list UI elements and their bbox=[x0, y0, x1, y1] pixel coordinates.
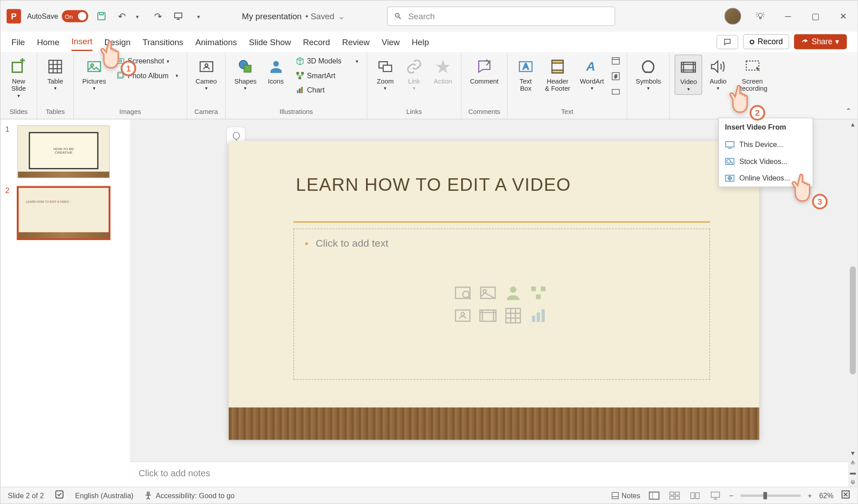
slide-thumbnails[interactable]: 1 HOW TO BE CREATIVE 2 LEARN HOW TO EDIT… bbox=[0, 119, 130, 487]
present-from-start-button[interactable] bbox=[171, 9, 185, 23]
scroll-up-arrow[interactable]: ▲ bbox=[848, 119, 858, 129]
svg-point-50 bbox=[461, 312, 464, 315]
minimize-button[interactable]: ─ bbox=[780, 8, 797, 25]
next-slide-arrow[interactable]: ⟱ bbox=[848, 477, 858, 487]
autosave-toggle[interactable]: AutoSave On bbox=[27, 10, 88, 22]
undo-dropdown[interactable]: ▾ bbox=[130, 9, 144, 23]
slide-title[interactable]: LEARN HOW TO EDIT A VIDEO bbox=[296, 175, 571, 195]
cameo-button[interactable]: Cameo ▾ bbox=[192, 55, 220, 93]
autosave-switch[interactable]: On bbox=[62, 10, 88, 22]
spelling-icon[interactable] bbox=[55, 490, 64, 501]
comments-pane-button[interactable] bbox=[717, 34, 738, 49]
notes-pane[interactable]: Click to add notes bbox=[130, 462, 858, 487]
svg-rect-66 bbox=[711, 492, 719, 497]
insert-smartart-icon[interactable] bbox=[529, 283, 548, 302]
tab-view[interactable]: View bbox=[382, 34, 400, 50]
zoom-in-button[interactable]: + bbox=[808, 491, 812, 500]
search-icon: 🔍︎ bbox=[394, 12, 402, 21]
record-button[interactable]: Record bbox=[743, 34, 789, 50]
vertical-scrollbar[interactable]: ▲ ▼ ≛ ▬ ⟱ bbox=[848, 119, 858, 487]
date-time-button[interactable] bbox=[610, 55, 622, 67]
scroll-down-arrow[interactable]: ▼ bbox=[848, 448, 858, 458]
audio-button[interactable]: Audio ▾ bbox=[705, 55, 731, 93]
insert-stock-image-icon[interactable] bbox=[453, 283, 472, 302]
wordart-button[interactable]: A WordArt ▾ bbox=[576, 55, 607, 93]
zoom-button[interactable]: Zoom ▾ bbox=[372, 55, 399, 93]
undo-button[interactable]: ↶ bbox=[115, 9, 129, 23]
svg-rect-55 bbox=[542, 309, 545, 322]
insert-cameo-icon[interactable] bbox=[453, 306, 472, 325]
user-avatar[interactable] bbox=[724, 8, 741, 25]
maximize-button[interactable]: ▢ bbox=[807, 8, 824, 25]
slide-content-placeholder[interactable]: ▪ Click to add text bbox=[294, 229, 710, 380]
reading-view-button[interactable] bbox=[688, 490, 702, 501]
accessibility-status[interactable]: Accessibility: Good to go bbox=[144, 491, 235, 500]
share-button[interactable]: Share ▾ bbox=[794, 34, 847, 50]
normal-view-button[interactable] bbox=[648, 490, 661, 501]
record-dot-icon bbox=[750, 39, 755, 44]
nav-icon[interactable]: ▬ bbox=[848, 467, 858, 477]
search-input[interactable]: 🔍︎ Search bbox=[387, 7, 615, 26]
icons-button[interactable]: Icons bbox=[263, 55, 289, 87]
save-icon[interactable] bbox=[94, 9, 109, 23]
language-label[interactable]: English (Australia) bbox=[75, 491, 134, 500]
action-button: Action bbox=[430, 55, 456, 87]
prev-slide-arrow[interactable]: ≛ bbox=[848, 458, 858, 467]
insert-icon-icon[interactable] bbox=[504, 283, 523, 302]
smartart-button[interactable]: SmartArt bbox=[291, 69, 362, 82]
video-stock-videos[interactable]: Stock Videos... bbox=[719, 153, 813, 170]
tab-insert[interactable]: Insert bbox=[72, 33, 93, 50]
screen-recording-button[interactable]: Screen Recording bbox=[734, 55, 771, 94]
slide[interactable]: LEARN HOW TO EDIT A VIDEO ▪ Click to add… bbox=[229, 141, 759, 440]
tab-animations[interactable]: Animations bbox=[195, 34, 237, 50]
header-footer-button[interactable]: Header & Footer bbox=[541, 55, 574, 94]
slideshow-view-button[interactable] bbox=[709, 490, 722, 501]
tab-home[interactable]: Home bbox=[37, 34, 59, 50]
insert-video-icon[interactable] bbox=[478, 306, 497, 325]
video-button[interactable]: Video ▾ bbox=[675, 55, 702, 95]
insert-picture-icon[interactable] bbox=[478, 283, 497, 302]
slide-thumbnail-1[interactable]: HOW TO BE CREATIVE bbox=[17, 126, 110, 178]
table-button[interactable]: Table ▾ bbox=[42, 55, 68, 93]
zoom-slider[interactable] bbox=[740, 494, 800, 496]
screenshot-button[interactable]: Screenshot ▾ bbox=[112, 55, 182, 68]
lightbulb-icon[interactable]: 💡︎ bbox=[752, 8, 769, 25]
photo-album-button[interactable]: Photo Album ▾ bbox=[112, 69, 182, 82]
svg-rect-15 bbox=[296, 72, 299, 75]
comment-button[interactable]: Comment bbox=[466, 55, 502, 87]
tab-transitions[interactable]: Transitions bbox=[143, 34, 183, 50]
slide-counter[interactable]: Slide 2 of 2 bbox=[8, 491, 44, 500]
cube-icon bbox=[295, 56, 304, 66]
document-title[interactable]: My presentation • Saved ⌄ bbox=[242, 12, 345, 21]
3d-models-button[interactable]: 3D Models ▾ bbox=[291, 55, 362, 68]
tab-record[interactable]: Record bbox=[303, 34, 330, 50]
tab-help[interactable]: Help bbox=[412, 34, 429, 50]
notes-toggle[interactable]: Notes bbox=[611, 491, 640, 500]
insert-table-icon[interactable] bbox=[504, 306, 523, 325]
scroll-thumb[interactable] bbox=[850, 266, 856, 374]
fit-to-window-button[interactable] bbox=[841, 490, 850, 501]
slide-thumbnail-2[interactable]: LEARN HOW TO EDIT A VIDEO bbox=[17, 187, 110, 239]
zoom-out-button[interactable]: − bbox=[729, 491, 733, 500]
redo-button[interactable]: ↷ bbox=[151, 9, 165, 23]
slide-number-button[interactable]: # bbox=[610, 70, 622, 82]
new-slide-button[interactable]: New Slide ▾ bbox=[5, 55, 32, 101]
video-this-device[interactable]: This Device... bbox=[719, 136, 813, 153]
symbols-button[interactable]: Symbols ▾ bbox=[632, 55, 665, 93]
zoom-level[interactable]: 62% bbox=[819, 491, 833, 500]
object-button[interactable] bbox=[610, 86, 622, 98]
chart-button[interactable]: Chart bbox=[291, 84, 362, 97]
slide-sorter-button[interactable] bbox=[668, 490, 681, 501]
tab-file[interactable]: File bbox=[12, 34, 25, 50]
video-online-videos[interactable]: Online Videos... bbox=[719, 170, 813, 187]
close-button[interactable]: ✕ bbox=[835, 8, 852, 25]
insert-chart-icon[interactable] bbox=[529, 306, 548, 325]
pictures-button[interactable]: Pictures ▾ bbox=[79, 55, 110, 93]
collapse-ribbon-button[interactable]: ⌃ bbox=[845, 107, 851, 115]
qat-customize[interactable]: ▾ bbox=[191, 9, 206, 23]
textbox-button[interactable]: A Text Box bbox=[513, 55, 539, 94]
shapes-button[interactable]: Shapes ▾ bbox=[231, 55, 260, 93]
tab-slideshow[interactable]: Slide Show bbox=[249, 34, 291, 50]
tab-review[interactable]: Review bbox=[342, 34, 370, 50]
tab-design[interactable]: Design bbox=[105, 34, 131, 50]
